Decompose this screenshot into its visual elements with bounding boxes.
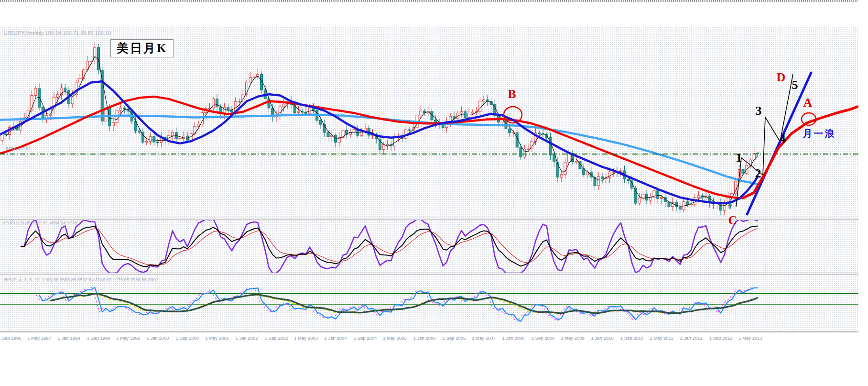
x-axis-label: 1 May 1997: [27, 335, 51, 341]
right-margin: [858, 0, 868, 386]
x-axis-label: 1 Jan 2012: [680, 335, 702, 341]
x-axis-label: 1 Sep 2000: [176, 335, 199, 341]
x-axis-label: 1 Sep 1998: [87, 335, 110, 341]
x-axis-label: 1 Jan 2002: [235, 335, 258, 341]
panel-separator-main-kdj[interactable]: [0, 218, 858, 220]
panel-separator-kdj-rsi[interactable]: [0, 273, 858, 275]
x-axis-label: 1 May 2003: [294, 335, 318, 341]
x-axis: 1 Sep 19961 May 19971 Jan 19981 Sep 1998…: [0, 335, 868, 342]
x-axis-label: 1 May 2001: [205, 335, 229, 341]
x-axis-label: 1 Sep 2006: [443, 335, 466, 341]
x-axis-label: 1 Jan 1998: [57, 335, 80, 341]
x-axis-label: 1 Sep 2002: [265, 335, 288, 341]
x-axis-label: 1 May 2013: [738, 335, 762, 341]
x-axis-label: 1 May 2011: [650, 335, 673, 341]
x-axis-label: 1 May 2005: [383, 335, 407, 341]
x-axis-label: 1 Sep 2004: [354, 335, 377, 341]
chart-canvas[interactable]: [0, 0, 868, 386]
x-axis-label: 1 Sep 2012: [709, 335, 733, 341]
x-axis-label: 1 Sep 1996: [0, 335, 21, 341]
x-axis-label: 1 Jan 2008: [502, 335, 524, 341]
x-axis-label: 1 May 2007: [472, 335, 496, 341]
chart-window: USDJPY,Monthly 100.54 100.71 98.86 100.1…: [0, 0, 868, 386]
x-axis-label: 1 May 2009: [561, 335, 585, 341]
x-axis-label: 1 Sep 2010: [620, 335, 644, 341]
x-axis-label: 1 Jan 2000: [146, 335, 169, 341]
x-axis-label: 1 Jan 2010: [591, 335, 613, 341]
x-axis-label: 1 Jan 2006: [413, 335, 435, 341]
x-axis-label: 1 Jan 2004: [324, 335, 347, 341]
panel-separator-rsi-axis: [0, 331, 858, 333]
x-axis-label: 1 Sep 2008: [532, 335, 555, 341]
x-axis-label: 1 May 1999: [116, 335, 140, 341]
